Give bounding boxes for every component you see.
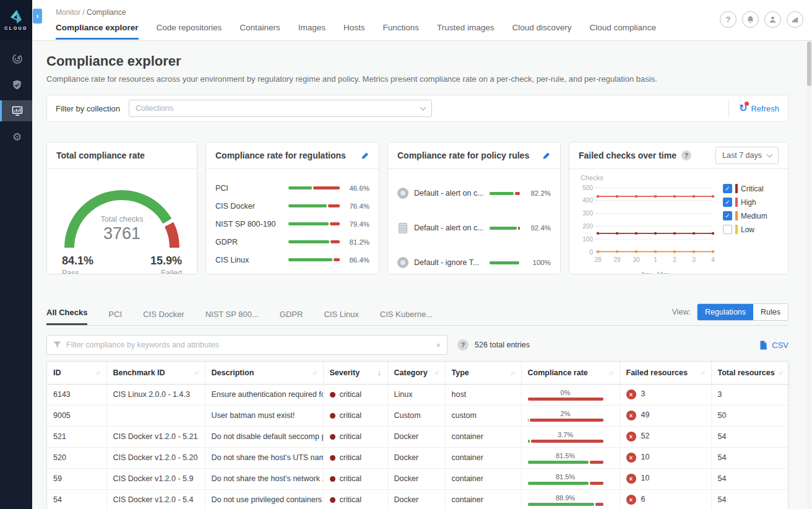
column-header-category[interactable]: Category↓↑ [387,362,445,384]
pass-stat: 84.1% Pass [62,254,93,274]
column-header-failed-resources[interactable]: Failed resources↓↑ [620,362,711,384]
user-icon[interactable] [764,11,781,28]
help-icon[interactable]: ? [681,150,691,160]
chevron-down-icon [767,151,773,157]
view-regulations-button[interactable]: Regulations [698,304,753,320]
sidebar-item-defend[interactable] [0,74,32,95]
stats-icon[interactable] [787,11,803,28]
table-row[interactable]: 59CIS Docker v1.2.0 - 5.9Do not share th… [47,468,789,489]
regulation-pct: 76.4% [345,202,369,210]
tab-cloud-discovery[interactable]: Cloud discovery [512,23,572,40]
legend-checkbox[interactable] [723,225,732,234]
checks-tab-nist[interactable]: NIST SP 800... [205,310,259,325]
column-header-benchmark-id[interactable]: Benchmark ID↓↑ [106,362,205,384]
table-row[interactable]: 54CIS Docker v1.2.0 - 5.4Do not use priv… [47,489,789,509]
tab-compliance-explorer[interactable]: Compliance explorer [56,23,139,40]
sidebar-item-manage[interactable]: ⚙ [0,126,32,147]
tab-containers[interactable]: Containers [240,23,280,40]
policy-rule-row[interactable]: Default - alert on c... 92.4% [397,219,551,237]
sidebar-item-monitor[interactable] [0,100,32,121]
help-icon[interactable]: ? [720,11,736,28]
cell-type: custom [445,405,521,426]
refresh-button[interactable]: ↻ Refresh [739,103,779,113]
checks-tab-cis-linux[interactable]: CIS Linux [324,310,358,325]
pass-bar-segment [288,186,312,189]
tab-images[interactable]: Images [298,23,326,40]
cell-total-resources: 50 [711,405,789,426]
regulation-label: GDPR [215,238,288,246]
top-tab-bar: Compliance explorer Code repositories Co… [56,23,812,40]
cell-failed-resources: ×52 [620,426,711,447]
regulation-row[interactable]: CIS Linux 86.4% [215,251,369,269]
sidebar-expand-button[interactable]: › [33,9,42,24]
column-header-id[interactable]: ID↓↑ [47,362,106,384]
table-row[interactable]: 9005User batman must exist!criticalCusto… [47,405,789,426]
pass-bar-segment [288,240,329,243]
critical-severity-dot [330,413,335,419]
cell-id: 520 [47,447,106,468]
compliance-filter-input[interactable] [66,341,431,349]
breadcrumb: Monitor / Compliance [56,0,812,17]
checks-tab-cis-docker[interactable]: CIS Docker [143,310,184,325]
legend-checkbox[interactable]: ✓ [723,198,732,207]
checks-tab-pci[interactable]: PCI [108,310,122,325]
edit-policy-rules-button[interactable] [542,151,551,160]
tab-trusted-images[interactable]: Trusted images [437,23,495,40]
sidebar-item-radar[interactable] [0,48,32,69]
policy-rule-row[interactable]: Default - ignore T... 100% [397,253,551,272]
table-row[interactable]: 521CIS Docker v1.2.0 - 5.21Do not disabl… [47,426,789,447]
column-header-description[interactable]: Description↓↑ [205,362,323,384]
regulation-pct: 86.4% [345,256,369,264]
column-header-compliance-rate[interactable]: Compliance rate↓↑ [521,362,620,384]
breadcrumb-section: Monitor [56,8,80,17]
legend-checkbox[interactable]: ✓ [723,184,732,193]
cell-type: container [445,426,521,447]
clear-filter-icon[interactable]: × [436,341,441,350]
column-header-severity[interactable]: Severity↓ [323,362,387,384]
regulation-row[interactable]: CIS Docker 76.4% [215,197,369,215]
legend-checkbox[interactable]: ✓ [723,211,732,220]
regulation-label: NIST SP 800-190 [215,220,288,228]
svg-text:100: 100 [582,236,593,243]
tab-hosts[interactable]: Hosts [343,23,365,40]
legend-item[interactable]: ✓ High [723,198,767,207]
tab-cloud-compliance[interactable]: Cloud compliance [590,23,656,40]
checks-tab-cis-kubernetes[interactable]: CIS Kuberne... [380,310,433,325]
scrollbar[interactable] [807,41,811,509]
time-range-select[interactable]: Last 7 days [715,147,779,164]
view-rules-button[interactable]: Rules [753,304,788,320]
legend-color-bar [735,211,738,220]
edit-regulations-button[interactable] [361,151,369,160]
policy-rule-list: Default - alert on c... 82.2% Default - … [388,169,560,274]
collections-select[interactable]: Collections [129,100,432,117]
regulation-row[interactable]: NIST SP 800-190 79.4% [215,215,369,233]
regulation-row[interactable]: GDPR 81.2% [215,233,369,251]
collection-filter-label: Filter by collection [56,104,120,113]
tab-code-repositories[interactable]: Code repositories [157,23,222,40]
sort-icon: ↓↑ [313,370,317,376]
notifications-icon[interactable] [742,11,759,28]
legend-item[interactable]: ✓ Critical [723,184,767,193]
cell-id: 9005 [47,405,106,426]
policy-rule-row[interactable]: Default - alert on c... 82.2% [397,184,551,202]
legend-label: Low [741,225,754,234]
csv-export-button[interactable]: CSV [759,341,788,350]
scrollbar-thumb[interactable] [807,41,811,86]
filter-help-icon[interactable]: ? [457,339,469,350]
card-policy-rules: Compliance rate for policy rules Default… [387,142,561,274]
regulation-row[interactable]: CIS Kubernetes 98.1% [215,269,369,274]
table-row[interactable]: 520CIS Docker v1.2.0 - 5.20Do not share … [47,447,789,468]
checks-tab-all[interactable]: All Checks [46,308,87,325]
regulation-row[interactable]: PCI 46.6% [215,179,369,197]
checks-tab-gdpr[interactable]: GDPR [280,310,303,325]
fail-bar-segment [518,227,520,230]
legend-item[interactable]: Low [723,225,767,234]
tab-functions[interactable]: Functions [382,23,419,40]
cell-benchmark-id [106,405,205,426]
column-header-type[interactable]: Type↓↑ [445,362,521,384]
table-row[interactable]: 6143CIS Linux 2.0.0 - 1.4.3Ensure authen… [47,384,789,405]
legend-item[interactable]: ✓ Medium [723,211,767,220]
critical-severity-dot [330,434,335,440]
column-header-total-resources[interactable]: Total resources↓↑ [711,362,789,384]
cell-total-resources: 54 [711,468,789,489]
